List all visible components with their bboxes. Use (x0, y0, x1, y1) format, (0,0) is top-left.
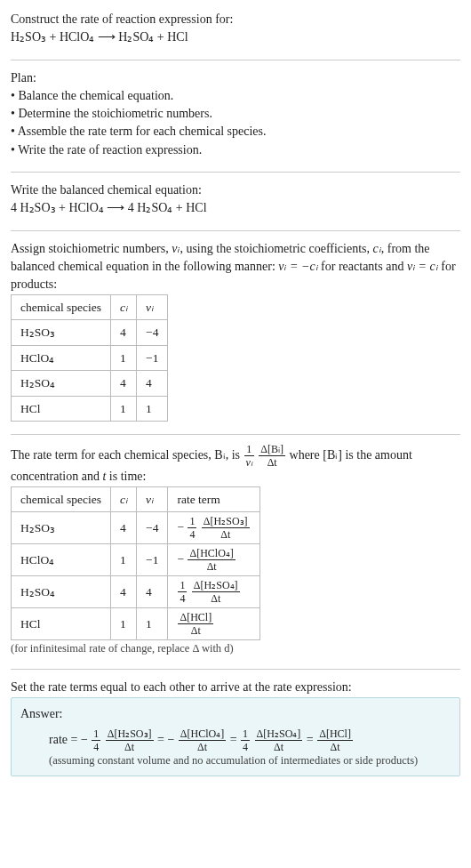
prompt-line: Construct the rate of reaction expressio… (11, 11, 460, 28)
rate-expression: rate = − 14 Δ[H₂SO₃]Δt = − Δ[HClO₄]Δt = … (20, 728, 451, 752)
table-header-row: chemical species cᵢ νᵢ (12, 294, 168, 320)
delta-note: (for infinitesimal rate of change, repla… (11, 640, 460, 656)
eq-right: H₂SO₄ + HCl (118, 30, 188, 44)
fraction-icon: Δ[H₂SO₃]Δt (106, 728, 154, 752)
table-row: HCl 1 1 (12, 396, 168, 422)
divider (11, 172, 460, 173)
unbalanced-equation: H₂SO₃ + HClO₄ ⟶ H₂SO₄ + HCl (11, 28, 460, 46)
fraction-icon: Δ[H₂SO₄]Δt (255, 728, 303, 752)
divider (11, 669, 460, 670)
fraction-icon: 14 (188, 516, 196, 540)
divider (11, 230, 460, 231)
eq-left: 4 H₂SO₃ + HClO₄ (11, 201, 104, 214)
plan-bullet: • Balance the chemical equation. (11, 87, 460, 105)
fraction-icon: 1 νᵢ (244, 444, 254, 468)
fraction-icon: Δ[HCl]Δt (178, 612, 213, 636)
table-header-row: chemical species cᵢ νᵢ rate term (12, 486, 260, 512)
divider (11, 434, 460, 435)
balanced-equation: 4 H₂SO₃ + HClO₄ ⟶ 4 H₂SO₄ + HCl (11, 199, 460, 217)
rate-table: chemical species cᵢ νᵢ rate term H₂SO₃ 4… (11, 486, 260, 641)
rateterm-intro: The rate term for each chemical species,… (11, 444, 460, 486)
fraction-icon: Δ[HCl]Δt (317, 728, 353, 752)
eq-right: 4 H₂SO₄ + HCl (128, 201, 207, 214)
stoich-table: chemical species cᵢ νᵢ H₂SO₃ 4 −4 HClO₄ … (11, 294, 168, 422)
answer-label: Answer: (20, 705, 451, 723)
plan-heading: Plan: (11, 69, 460, 87)
balanced-section: Write the balanced chemical equation: 4 … (11, 181, 460, 218)
fraction-icon: Δ[HClO₄]Δt (179, 728, 226, 752)
fraction-icon: Δ[H₂SO₃]Δt (202, 516, 250, 540)
table-row: H₂SO₄ 4 4 14 Δ[H₂SO₄]Δt (12, 576, 260, 608)
fraction-icon: 14 (178, 580, 187, 604)
assumption-note: (assuming constant volume and no accumul… (20, 752, 451, 768)
col-species: chemical species (12, 486, 111, 512)
final-section: Set the rate terms equal to each other t… (11, 679, 460, 776)
fraction-icon: Δ[H₂SO₄]Δt (192, 580, 240, 604)
divider (11, 60, 460, 60)
assign-intro: Assign stoichiometric numbers, νᵢ, using… (11, 240, 460, 294)
prompt-section: Construct the rate of reaction expressio… (11, 11, 460, 47)
plan-bullet: • Assemble the rate term for each chemic… (11, 123, 460, 141)
answer-box: Answer: rate = − 14 Δ[H₂SO₃]Δt = − Δ[HCl… (11, 697, 460, 776)
final-intro: Set the rate terms equal to each other t… (11, 679, 460, 696)
table-row: HClO₄ 1 −1 (12, 345, 168, 371)
eq-left: H₂SO₃ + HClO₄ (11, 30, 94, 44)
col-nui: νᵢ (137, 294, 168, 320)
col-rate: rate term (168, 486, 259, 512)
table-row: HCl 1 1 Δ[HCl]Δt (12, 608, 260, 640)
fraction-icon: Δ[HClO₄]Δt (188, 548, 235, 572)
rateterm-section: The rate term for each chemical species,… (11, 444, 460, 656)
plan-bullet: • Write the rate of reaction expression. (11, 141, 460, 159)
fraction-icon: 14 (241, 728, 250, 752)
arrow-icon: ⟶ (107, 201, 124, 214)
plan-bullet: • Determine the stoichiometric numbers. (11, 105, 460, 123)
table-row: H₂SO₃ 4 −4 (12, 320, 168, 346)
fraction-icon: Δ[Bᵢ] Δt (259, 444, 285, 468)
table-row: HClO₄ 1 −1 − Δ[HClO₄]Δt (12, 544, 260, 576)
plan-section: Plan: • Balance the chemical equation. •… (11, 69, 460, 159)
col-species: chemical species (12, 294, 111, 320)
arrow-icon: ⟶ (98, 30, 116, 44)
col-nui: νᵢ (137, 486, 168, 512)
table-row: H₂SO₃ 4 −4 − 14 Δ[H₂SO₃]Δt (12, 512, 260, 544)
balanced-intro: Write the balanced chemical equation: (11, 181, 460, 199)
col-ci: cᵢ (111, 486, 137, 512)
col-ci: cᵢ (111, 294, 137, 320)
fraction-icon: 14 (92, 728, 100, 752)
assign-section: Assign stoichiometric numbers, νᵢ, using… (11, 240, 460, 422)
table-row: H₂SO₄ 4 4 (12, 371, 168, 397)
